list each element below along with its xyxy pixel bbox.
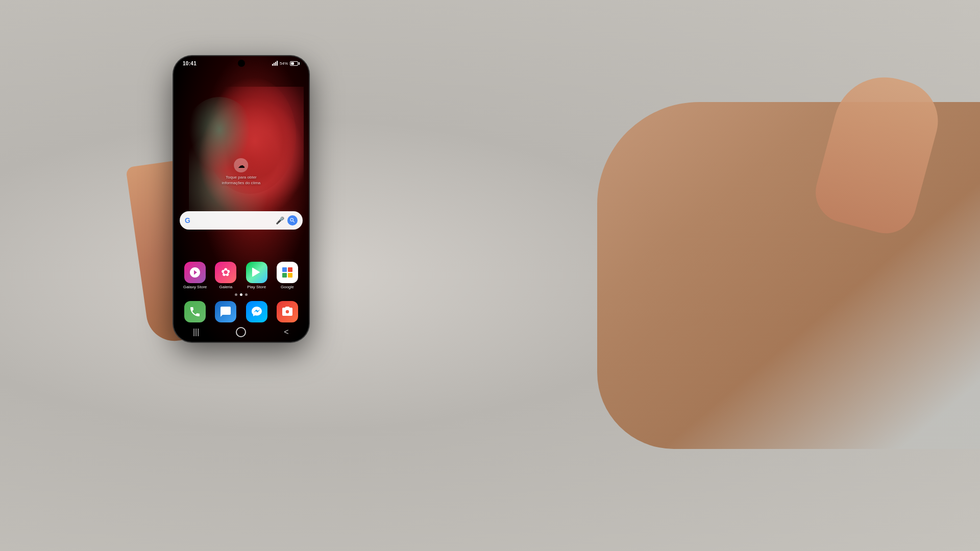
app-item-galeria[interactable]: ✿ Galeria — [212, 262, 239, 289]
status-bar: 10:41 54% — [174, 56, 309, 70]
dock-phone-icon — [184, 301, 206, 322]
dock-item-messages[interactable] — [212, 301, 239, 322]
dock-camera-icon — [277, 301, 298, 322]
app-row-main: Galaxy Store ✿ Galeria — [180, 262, 303, 289]
page-dot-1 — [235, 293, 237, 296]
lens-icon[interactable] — [287, 215, 298, 226]
app-item-play-store[interactable]: Play Store — [243, 262, 270, 289]
svg-rect-1 — [288, 267, 292, 272]
battery-fill — [291, 62, 294, 65]
signal-icon — [272, 61, 278, 66]
google-g-logo: G — [185, 216, 190, 224]
camera-hole — [238, 60, 245, 67]
battery-icon — [290, 61, 300, 66]
recent-apps-button[interactable]: ||| — [186, 324, 206, 340]
weather-icon: ☁ — [234, 158, 249, 172]
svg-rect-3 — [288, 273, 292, 278]
svg-rect-2 — [282, 273, 287, 278]
google-icon — [277, 262, 298, 283]
dock-messenger-icon — [246, 301, 267, 322]
dock-item-phone[interactable] — [182, 301, 208, 322]
svg-rect-0 — [282, 267, 287, 272]
galaxy-store-label: Galaxy Store — [183, 285, 207, 289]
battery-percent: 54% — [280, 61, 288, 66]
signal-bar-1 — [272, 64, 273, 66]
galaxy-store-icon — [184, 262, 206, 283]
battery-body — [290, 61, 298, 66]
home-icon — [236, 327, 246, 337]
signal-bar-4 — [277, 61, 278, 66]
galeria-label: Galeria — [219, 285, 232, 289]
status-time: 10:41 — [183, 61, 197, 66]
signal-bar-2 — [274, 63, 275, 66]
play-store-icon — [246, 262, 267, 283]
page-indicators — [180, 293, 303, 296]
phone-wrapper: 10:41 54% — [174, 56, 309, 342]
status-icons: 54% — [272, 61, 300, 66]
battery-tip — [299, 62, 300, 65]
microphone-icon[interactable]: 🎤 — [276, 216, 284, 224]
signal-bar-3 — [275, 62, 276, 66]
weather-widget[interactable]: ☁ Toque para obter informações do clima — [222, 158, 261, 186]
dock-item-messenger[interactable] — [243, 301, 270, 322]
app-grid: Galaxy Store ✿ Galeria — [180, 262, 303, 301]
play-store-label: Play Store — [247, 285, 266, 289]
home-button[interactable] — [231, 324, 251, 340]
google-label: Google — [281, 285, 294, 289]
search-bar[interactable]: G 🎤 — [180, 211, 303, 230]
dock-messages-icon — [215, 301, 236, 322]
search-input[interactable] — [193, 211, 273, 230]
back-button[interactable]: < — [276, 324, 297, 340]
page-dot-2 — [240, 293, 242, 296]
app-item-google[interactable]: Google — [274, 262, 301, 289]
dock-item-camera[interactable] — [274, 301, 301, 322]
page-dot-3 — [245, 293, 248, 296]
app-item-galaxy-store[interactable]: Galaxy Store — [182, 262, 208, 289]
phone-body: 10:41 54% — [174, 56, 309, 342]
nav-bar: ||| < — [174, 322, 309, 342]
dock-row — [174, 301, 309, 322]
phone-screen: 10:41 54% — [174, 56, 309, 342]
weather-text: Toque para obter informações do clima — [222, 174, 261, 186]
galeria-icon: ✿ — [215, 262, 236, 283]
